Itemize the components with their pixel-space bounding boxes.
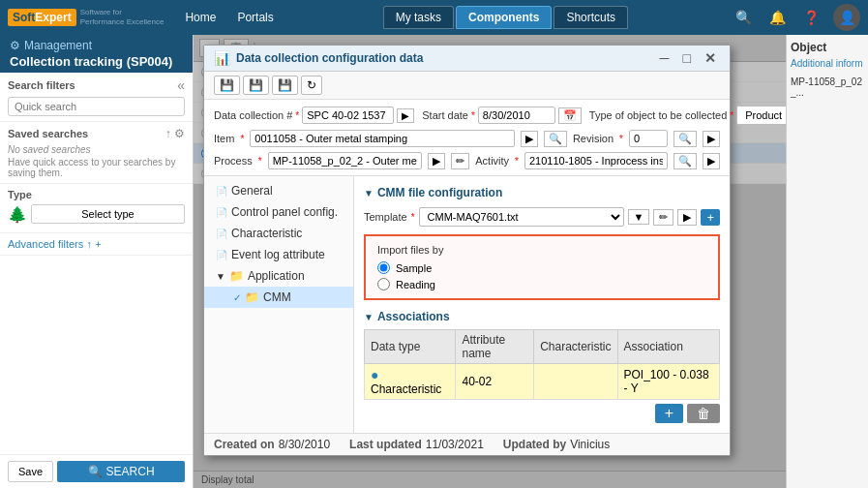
dc-expand-btn[interactable]: ▶ — [397, 108, 414, 123]
assoc-attr-name: 40-02 — [456, 364, 534, 400]
modal-save-btn[interactable]: 💾 — [214, 76, 240, 95]
template-dropdown-btn[interactable]: ▼ — [628, 209, 650, 225]
assoc-characteristic — [534, 364, 617, 400]
save-button[interactable]: Save — [8, 461, 53, 482]
cmm-check-icon: ✓ — [233, 292, 241, 303]
assoc-expand-icon: ▼ — [364, 312, 374, 322]
item-input[interactable] — [250, 130, 515, 147]
type-object-label: Type of object to be collected — [589, 109, 727, 121]
modal-refresh-btn[interactable]: ↻ — [301, 76, 322, 95]
select-type-button[interactable]: Select type — [31, 204, 185, 224]
last-updated-value: 11/03/2021 — [426, 438, 484, 451]
revision-search-btn[interactable]: 🔍 — [673, 131, 697, 147]
modal-footer: Created on 8/30/2010 Last updated 11/03/… — [204, 433, 730, 455]
revision-input[interactable] — [629, 130, 668, 147]
home-button[interactable]: Home — [175, 7, 225, 28]
modal-close-button[interactable]: ✕ — [701, 50, 720, 66]
event-log-icon: 📄 — [216, 250, 227, 260]
right-object-label: Object — [791, 41, 864, 54]
assoc-add-button[interactable]: + — [655, 404, 683, 423]
type-label: Type — [8, 189, 185, 200]
req-star-1: * — [295, 110, 299, 121]
bell-icon[interactable]: 🔔 — [762, 6, 793, 29]
activity-label: Activity — [475, 155, 509, 167]
import-files-label: Import files by — [377, 244, 706, 256]
req-star-6: * — [258, 156, 262, 167]
item-browse-btn[interactable]: ▶ — [521, 131, 538, 147]
modal-maximize-button[interactable]: □ — [679, 50, 695, 66]
portals-button[interactable]: Portals — [227, 7, 283, 28]
advanced-filters-label[interactable]: Advanced filters — [8, 238, 83, 250]
search-button[interactable]: 🔍 SEARCH — [57, 461, 185, 482]
template-edit-btn[interactable]: ✏ — [653, 209, 673, 226]
quick-search-input[interactable] — [8, 97, 185, 116]
reading-radio[interactable] — [377, 278, 390, 290]
tree-item-general[interactable]: 📄 General — [204, 180, 353, 201]
modal-save3-btn[interactable]: 💾 — [272, 76, 298, 95]
type-tree-icon: 🌲 — [8, 205, 27, 224]
my-tasks-tab[interactable]: My tasks — [383, 6, 454, 29]
no-saved-searches: No saved searches — [8, 144, 185, 155]
collapse-icon[interactable]: « — [177, 77, 185, 93]
associations-header[interactable]: ▼ Associations — [364, 310, 720, 323]
req-star-2: * — [471, 110, 475, 121]
shortcuts-tab[interactable]: Shortcuts — [554, 6, 628, 29]
tree-item-cmm[interactable]: ✓ 📁 CMM — [204, 287, 353, 308]
revision-browse-btn[interactable]: ▶ — [703, 131, 720, 147]
process-search-btn[interactable]: ✏ — [451, 153, 469, 169]
created-value: 8/30/2010 — [279, 438, 330, 451]
modal-toolbar: 💾 💾 💾 ↻ — [204, 72, 730, 100]
tree-item-event-log[interactable]: 📄 Event log attribute — [204, 244, 353, 265]
start-date-input[interactable] — [478, 107, 555, 124]
tree-item-control-panel[interactable]: 📄 Control panel config. — [204, 201, 353, 223]
item-search-btn[interactable]: 🔍 — [544, 131, 567, 147]
modal-title-icon: 📊 — [214, 50, 230, 66]
calendar-icon-btn[interactable]: 📅 — [558, 107, 582, 124]
general-icon: 📄 — [216, 186, 227, 197]
right-panel: Object Additional inform MP-11058_p_02_.… — [786, 35, 868, 488]
data-collection-input[interactable] — [302, 107, 394, 124]
saved-searches-label: Saved searches — [8, 128, 88, 139]
req-star-tmpl: * — [411, 212, 415, 223]
cmm-section-header[interactable]: ▼ CMM file configuration — [364, 186, 720, 199]
sample-label: Sample — [396, 262, 432, 274]
modal-minimize-button[interactable]: ─ — [656, 50, 673, 66]
tree-item-application[interactable]: ▼ 📁 Application — [204, 265, 353, 287]
activity-input[interactable] — [524, 152, 668, 169]
sample-radio[interactable] — [377, 261, 390, 274]
tree-item-characteristic[interactable]: 📄 Characteristic — [204, 223, 353, 244]
modal-tree: 📄 General 📄 Control panel config. 📄 Char… — [204, 176, 354, 433]
col-characteristic: Characteristic — [534, 330, 617, 364]
cmm-section-title: CMM file configuration — [377, 186, 502, 199]
associations-section: ▼ Associations Data type Attribute name … — [364, 310, 720, 423]
associations-table: Data type Attribute name Characteristic … — [364, 329, 720, 400]
assoc-radio-icon: ● — [371, 367, 378, 382]
type-object-select[interactable]: Product in progress — [736, 106, 786, 125]
components-tab[interactable]: Components — [456, 6, 552, 29]
item-label: Item — [214, 133, 234, 144]
assoc-delete-button[interactable]: 🗑 — [687, 404, 720, 423]
user-avatar[interactable]: 👤 — [833, 4, 860, 31]
modal-save2-btn[interactable]: 💾 — [243, 76, 269, 95]
req-star-5: * — [619, 134, 623, 144]
process-input[interactable] — [268, 152, 423, 169]
table-row[interactable]: ● Characteristic 40-02 POI_100 - 0.038 -… — [365, 364, 720, 400]
search-nav-icon[interactable]: 🔍 — [728, 6, 760, 29]
control-panel-icon: 📄 — [216, 207, 227, 218]
right-row-value: MP-11058_p_02_... — [791, 76, 864, 98]
template-add-btn[interactable]: + — [701, 209, 720, 226]
process-browse-btn[interactable]: ▶ — [428, 153, 445, 169]
application-expand-icon: ▼ — [216, 271, 225, 282]
modal-title-text: Data collection configuration data — [236, 51, 650, 65]
management-label: ⚙ Management — [10, 39, 183, 52]
template-label: Template — [364, 211, 407, 223]
sidebar-title: Collection tracking (SP004) — [10, 54, 183, 69]
revision-label: Revision — [573, 133, 614, 144]
modal-overlay: 📊 Data collection configuration data ─ □… — [194, 35, 786, 488]
activity-browse-btn[interactable]: ▶ — [703, 153, 720, 169]
activity-search-btn[interactable]: 🔍 — [673, 153, 697, 169]
template-select[interactable]: CMM-MAQ7601.txt — [419, 207, 624, 227]
help-icon[interactable]: ❓ — [795, 6, 827, 29]
template-browse-btn[interactable]: ▶ — [677, 209, 697, 226]
assoc-association: POI_100 - 0.038 - Y — [617, 364, 719, 400]
